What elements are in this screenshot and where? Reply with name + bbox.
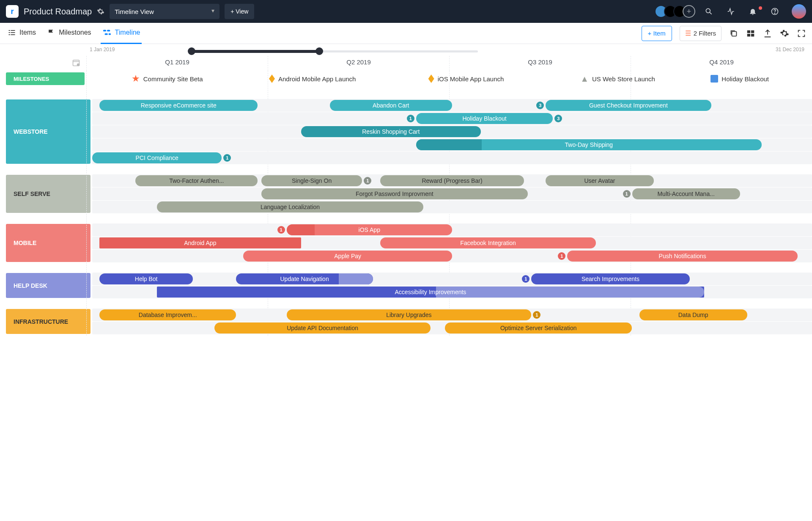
lane-label: HELP DESK xyxy=(6,273,91,298)
gantt-bar[interactable]: Help Bot xyxy=(99,273,193,284)
gantt-bar[interactable]: Push Notifications xyxy=(567,251,798,262)
notifications-icon[interactable] xyxy=(749,7,757,16)
count-badge: 1 xyxy=(623,190,631,198)
gantt-bar[interactable]: Holiday Blackout xyxy=(416,113,553,124)
add-collaborator-button[interactable]: + xyxy=(683,5,695,18)
search-icon[interactable] xyxy=(705,7,713,16)
page-title: Product Roadmap xyxy=(24,7,92,17)
milestone-label: US Web Store Launch xyxy=(592,75,655,83)
quarter-label: Q2 2019 xyxy=(268,56,449,71)
warn-icon: ▲ xyxy=(580,74,589,84)
gantt-bar[interactable]: Forgot Password Improvment xyxy=(261,188,528,199)
gantt-row: Reskin Shopping Cart xyxy=(92,125,812,138)
gantt-bar[interactable]: PCI Compliance xyxy=(92,152,222,163)
filters-button[interactable]: ☰2 Filters xyxy=(680,26,721,41)
gantt-bar[interactable]: Database Improvem... xyxy=(99,309,236,320)
user-avatar[interactable] xyxy=(792,4,806,19)
gantt-bar[interactable]: iOS App xyxy=(287,224,452,235)
diamond-icon xyxy=(428,74,434,83)
milestone[interactable]: Holiday Blackout xyxy=(710,75,769,83)
milestone[interactable]: iOS Mobile App Launch xyxy=(428,74,504,83)
activity-icon[interactable] xyxy=(727,7,735,16)
milestone-label: Community Site Beta xyxy=(143,75,203,83)
duplicate-icon[interactable] xyxy=(729,29,738,38)
gantt-bar[interactable]: Android App xyxy=(99,237,301,248)
gantt-bar[interactable]: Reskin Shopping Cart xyxy=(301,126,481,137)
export-icon[interactable] xyxy=(763,29,772,38)
gantt-bar[interactable]: Reward (Progress Bar) xyxy=(380,175,524,186)
gantt-bar[interactable]: Guest Checkout Improvement xyxy=(546,100,711,111)
settings-icon[interactable] xyxy=(780,29,789,38)
svg-rect-11 xyxy=(107,30,110,32)
date-range-slider[interactable] xyxy=(190,48,478,54)
tab-milestones[interactable]: Milestones xyxy=(45,23,93,44)
gantt-bar[interactable]: Responsive eCommerce site xyxy=(99,100,258,111)
milestone[interactable]: ▲US Web Store Launch xyxy=(580,74,655,84)
add-item-button[interactable]: + Item xyxy=(642,26,672,41)
gantt-bar[interactable]: Optimize Server Serialization xyxy=(445,323,632,334)
add-view-button[interactable]: + View xyxy=(225,4,254,19)
gantt-bar[interactable]: Library Upgrades xyxy=(287,309,532,320)
list-icon xyxy=(8,28,16,37)
date-range-row: 1 Jan 2019 31 Dec 2019 xyxy=(0,44,812,56)
svg-point-0 xyxy=(706,8,710,13)
milestone-label: iOS Mobile App Launch xyxy=(438,75,504,83)
tab-label: Milestones xyxy=(59,29,91,36)
svg-point-3 xyxy=(774,13,775,14)
layout-icon[interactable] xyxy=(746,29,755,38)
calendar-settings-icon[interactable] xyxy=(72,58,80,67)
help-icon[interactable] xyxy=(771,7,779,16)
gantt-bar[interactable]: Two-Factor Authen... xyxy=(135,175,258,186)
quarter-header: Q1 2019Q2 2019Q3 2019Q4 2019 xyxy=(0,56,812,71)
quarter-label: Q1 2019 xyxy=(86,56,268,71)
count-badge: 1 xyxy=(558,252,565,260)
gantt-row: Two-Day Shipping xyxy=(92,138,812,151)
settings-icon[interactable] xyxy=(97,8,104,15)
lane-label: SELF SERVE xyxy=(6,175,91,213)
gantt-bar[interactable]: Two-Day Shipping xyxy=(416,139,762,150)
svg-rect-10 xyxy=(103,30,106,32)
tab-label: Items xyxy=(19,29,36,36)
svg-rect-18 xyxy=(751,33,754,36)
gantt-bar[interactable]: Apple Pay xyxy=(243,251,452,262)
gantt-row: Language Localization xyxy=(92,201,812,213)
gantt-row: Two-Factor Authen...Single-Sign On1Rewar… xyxy=(92,174,812,187)
tab-items[interactable]: Items xyxy=(6,23,38,44)
range-end-label: 31 Dec 2019 xyxy=(776,47,804,52)
gantt-bar[interactable]: Single-Sign On xyxy=(261,175,362,186)
fullscreen-icon[interactable] xyxy=(797,29,806,38)
gantt-bar[interactable]: Abandon Cart xyxy=(330,100,452,111)
milestone[interactable]: ★Community Site Beta xyxy=(132,73,203,84)
flag-icon xyxy=(47,28,55,37)
svg-rect-8 xyxy=(11,32,15,33)
gantt-area: MILESTONES★Community Site BetaAndroid Mo… xyxy=(0,71,812,336)
app-logo[interactable]: r xyxy=(6,5,19,18)
count-badge: 3 xyxy=(554,115,562,122)
gantt-bar[interactable]: Facebook Integration xyxy=(380,237,596,248)
svg-point-21 xyxy=(77,63,80,66)
tab-timeline[interactable]: Timeline xyxy=(101,23,142,44)
gantt-row: Apple PayPush Notifications1 xyxy=(92,250,812,262)
milestone[interactable]: Android Mobile App Launch xyxy=(269,74,356,83)
milestones-row: ★Community Site BetaAndroid Mobile App L… xyxy=(88,71,812,87)
view-tabs-toolbar: Items Milestones Timeline + Item ☰2 Filt… xyxy=(0,23,812,44)
gantt-bar[interactable]: Search Improvements xyxy=(531,273,689,284)
gantt-bar[interactable]: Language Localization xyxy=(157,201,423,212)
gantt-row: Forgot Password ImprovmentMulti-Account … xyxy=(92,187,812,200)
gantt-row: Update API DocumentationOptimize Server … xyxy=(92,322,812,334)
svg-rect-16 xyxy=(751,30,754,33)
lane-label: INFRASTRUCTURE xyxy=(6,309,91,334)
gantt-bar[interactable]: Data Dump xyxy=(639,309,747,320)
gantt-bar[interactable]: Update Navigation xyxy=(236,273,373,284)
star-icon: ★ xyxy=(132,73,140,84)
gantt-bar[interactable]: Update API Documentation xyxy=(214,323,431,334)
gantt-bar[interactable]: Multi-Account Mana... xyxy=(632,188,740,199)
svg-rect-14 xyxy=(732,31,736,36)
slider-handle-start[interactable] xyxy=(188,47,195,55)
slider-handle-end[interactable] xyxy=(315,47,323,55)
gantt-bar[interactable]: Accessibility Improvements xyxy=(157,287,704,298)
svg-rect-15 xyxy=(747,30,750,33)
gantt-bar[interactable]: User Avatar xyxy=(546,175,653,186)
view-select[interactable]: Timeline View xyxy=(110,4,219,19)
svg-line-1 xyxy=(710,12,712,14)
